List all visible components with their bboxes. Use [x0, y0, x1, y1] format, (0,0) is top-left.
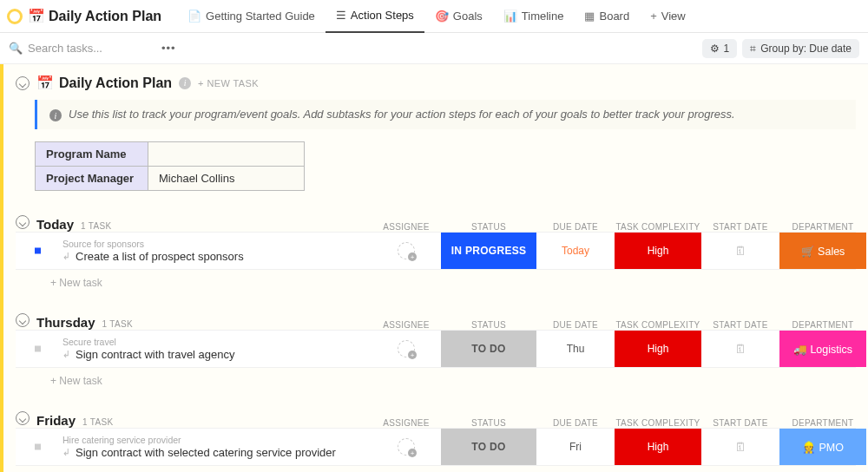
- task-row[interactable]: Hire catering service provider ↳ Sign co…: [16, 428, 856, 466]
- subtask-icon: ↳: [62, 447, 70, 458]
- complexity-cell[interactable]: High: [615, 331, 701, 367]
- start-date-cell[interactable]: 🗓: [701, 233, 779, 269]
- group-name: Thursday: [36, 315, 95, 330]
- search-icon: 🔍: [9, 42, 23, 55]
- new-task-button[interactable]: + NEW TASK: [198, 78, 259, 88]
- group-header: Thursday 1 TASK ASSIGNEE STATUS DUE DATE…: [16, 313, 856, 330]
- assignee-cell[interactable]: [372, 331, 441, 367]
- tab-label: Board: [599, 10, 629, 23]
- table-row: Project Manager Michael Collins: [36, 167, 305, 191]
- group-friday: Friday 1 TASK ASSIGNEE STATUS DUE DATE T…: [16, 411, 856, 472]
- collapse-group-icon[interactable]: [16, 313, 30, 327]
- col-complexity: TASK COMPLEXITY: [615, 320, 701, 330]
- task-name-cell[interactable]: Hire catering service provider ↳ Sign co…: [16, 429, 372, 465]
- group-name: Friday: [36, 413, 76, 428]
- start-date-cell[interactable]: 🗓: [701, 429, 779, 465]
- tab-board[interactable]: ▦ Board: [574, 0, 640, 33]
- col-due-date: DUE DATE: [536, 222, 615, 232]
- status-bullet-icon[interactable]: [35, 444, 41, 450]
- status-cell[interactable]: TO DO: [441, 429, 536, 465]
- col-department: DEPARTMENT: [779, 418, 866, 428]
- tab-action-steps[interactable]: ☰ Action Steps: [326, 0, 424, 33]
- due-date-cell[interactable]: Thu: [536, 331, 615, 367]
- page-body: 📅 Daily Action Plan i + NEW TASK i Use t…: [0, 64, 868, 472]
- col-assignee: ASSIGNEE: [372, 222, 441, 232]
- add-task-button[interactable]: + New task: [50, 375, 856, 387]
- status-bullet-icon[interactable]: [35, 346, 41, 352]
- status-bullet-icon[interactable]: [35, 248, 41, 254]
- task-name-cell[interactable]: Source for sponsors ↳ Create a list of p…: [16, 233, 372, 269]
- meta-val-program[interactable]: [148, 142, 305, 167]
- task-name-text: Create a list of prospect sponsors: [76, 250, 244, 263]
- tab-add-view[interactable]: + View: [640, 0, 696, 33]
- col-start-date: START DATE: [701, 320, 779, 330]
- plus-icon: +: [650, 10, 657, 23]
- filter-icon: ⚙: [710, 43, 720, 55]
- tab-label: Getting Started Guide: [206, 10, 315, 23]
- due-date-cell[interactable]: Fri: [536, 429, 615, 465]
- timeline-icon: 📊: [503, 10, 517, 23]
- assign-user-icon[interactable]: [398, 438, 415, 456]
- task-row[interactable]: Source for sponsors ↳ Create a list of p…: [16, 232, 856, 270]
- department-cell[interactable]: 🚚 Logistics: [779, 331, 866, 367]
- group-count: 1 TASK: [81, 221, 111, 231]
- task-name: ↳ Sign contract with selected catering s…: [50, 446, 366, 459]
- col-start-date: START DATE: [701, 418, 779, 428]
- list-icon: ☰: [336, 9, 346, 22]
- complexity-cell[interactable]: High: [615, 429, 701, 465]
- col-due-date: DUE DATE: [536, 320, 615, 330]
- search-wrap: 🔍: [9, 42, 149, 55]
- group-today: Today 1 TASK ASSIGNEE STATUS DUE DATE TA…: [16, 215, 856, 289]
- toolbar-more-icon[interactable]: •••: [161, 42, 176, 55]
- list-title-text: Daily Action Plan: [59, 75, 172, 91]
- info-icon[interactable]: i: [179, 77, 191, 89]
- collapse-group-icon[interactable]: [16, 411, 30, 425]
- col-status: STATUS: [441, 320, 536, 330]
- start-date-cell[interactable]: 🗓: [701, 331, 779, 367]
- collapse-group-icon[interactable]: [16, 215, 30, 229]
- col-start-date: START DATE: [701, 222, 779, 232]
- brand-calendar-icon: 📅: [28, 8, 45, 24]
- list-calendar-icon: 📅: [36, 75, 54, 91]
- list-title: 📅 Daily Action Plan: [36, 75, 172, 91]
- col-status: STATUS: [441, 418, 536, 428]
- tab-goals[interactable]: 🎯 Goals: [424, 0, 493, 33]
- group-by-button[interactable]: ⌗ Group by: Due date: [742, 39, 859, 58]
- toolbar: 🔍 ••• ⚙ 1 ⌗ Group by: Due date: [0, 33, 868, 64]
- task-name-cell[interactable]: Secure travel ↳ Sign contract with trave…: [16, 331, 372, 367]
- assignee-cell[interactable]: [372, 429, 441, 465]
- tab-timeline[interactable]: 📊 Timeline: [493, 0, 575, 33]
- filters-button[interactable]: ⚙ 1: [702, 39, 738, 58]
- meta-table: Program Name Project Manager Michael Col…: [35, 141, 305, 191]
- add-task-button[interactable]: + New task: [50, 277, 856, 289]
- due-date-cell[interactable]: Today: [536, 233, 615, 269]
- parent-task-name: Secure travel: [50, 337, 366, 347]
- search-input[interactable]: [28, 42, 149, 55]
- board-icon: ▦: [584, 10, 595, 23]
- task-row[interactable]: Secure travel ↳ Sign contract with trave…: [16, 330, 856, 368]
- col-due-date: DUE DATE: [536, 418, 615, 428]
- collapse-list-icon[interactable]: [16, 76, 30, 90]
- assign-user-icon[interactable]: [398, 340, 415, 357]
- list-description: i Use this list to track your program/ev…: [35, 100, 856, 129]
- department-cell[interactable]: 👷 PMO: [779, 429, 866, 465]
- col-department: DEPARTMENT: [779, 222, 866, 232]
- department-cell[interactable]: 🛒 Sales: [779, 233, 866, 269]
- status-cell[interactable]: TO DO: [441, 331, 536, 367]
- assign-user-icon[interactable]: [398, 242, 415, 259]
- table-row: Program Name: [36, 142, 305, 167]
- target-icon: 🎯: [435, 10, 449, 23]
- task-name-text: Sign contract with selected catering ser…: [76, 446, 336, 459]
- task-name: ↳ Create a list of prospect sponsors: [50, 250, 366, 263]
- tab-label: Goals: [453, 10, 483, 23]
- tab-getting-started[interactable]: 📄 Getting Started Guide: [177, 0, 326, 33]
- complexity-cell[interactable]: High: [615, 233, 701, 269]
- status-cell[interactable]: IN PROGRESS: [441, 233, 536, 269]
- meta-val-manager[interactable]: Michael Collins: [148, 167, 305, 191]
- col-status: STATUS: [441, 222, 536, 232]
- col-complexity: TASK COMPLEXITY: [615, 222, 701, 232]
- col-assignee: ASSIGNEE: [372, 418, 441, 428]
- meta-key-manager: Project Manager: [36, 167, 148, 191]
- list-header: 📅 Daily Action Plan i + NEW TASK: [16, 75, 856, 91]
- assignee-cell[interactable]: [372, 233, 441, 269]
